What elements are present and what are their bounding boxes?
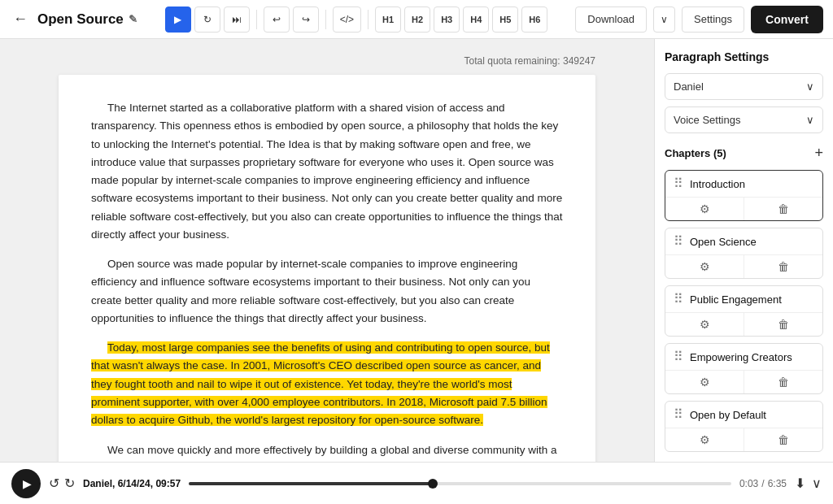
add-chapter-button[interactable]: +	[814, 145, 823, 162]
chapter-item-2[interactable]: ⠿ Public Engagement ⚙ 🗑	[665, 285, 823, 337]
chapter-delete-button-2[interactable]: 🗑	[744, 313, 822, 336]
voice-settings-dropdown[interactable]: Voice Settings ∨	[665, 106, 823, 133]
toolbar-left: ← Open Source ✎	[10, 7, 137, 31]
chapter-name-4: ⠿ Open by Default	[665, 402, 822, 428]
play-button[interactable]: ▶	[165, 7, 191, 33]
chapter-actions-2: ⚙ 🗑	[665, 312, 822, 336]
chapter-actions-3: ⚙ 🗑	[665, 370, 822, 393]
player-right: ⬇ ∨	[795, 476, 822, 491]
chapter-settings-button-0[interactable]: ⚙	[665, 198, 744, 220]
paragraph-2: Open source was made popular by internet…	[91, 255, 563, 328]
chapter-name-1: ⠿ Open Science	[665, 228, 822, 254]
chapter-delete-button-1[interactable]: 🗑	[744, 255, 822, 278]
chapter-settings-button-1[interactable]: ⚙	[665, 255, 744, 278]
chapter-actions-4: ⚙ 🗑	[665, 428, 822, 451]
settings-button[interactable]: Settings	[682, 7, 744, 33]
chapters-title: Chapters (5)	[665, 147, 726, 159]
paragraph-3: We can move quickly and more effectively…	[91, 441, 563, 462]
download-chevron-button[interactable]: ∨	[653, 7, 675, 33]
player-play-button[interactable]: ▶	[11, 469, 41, 498]
progress-track[interactable]	[189, 482, 731, 485]
download-button[interactable]: Download	[575, 7, 647, 33]
skip-forward-small-button[interactable]: ↻	[64, 476, 75, 491]
chapter-actions-1: ⚙ 🗑	[665, 254, 822, 278]
h1-button[interactable]: H1	[375, 7, 401, 33]
title-text: Open Source	[37, 11, 124, 28]
chapter-label-3: Empowering Creators	[690, 351, 792, 363]
right-panel: Paragraph Settings Daniel ∨ Voice Settin…	[654, 39, 833, 462]
redo-button[interactable]: ↪	[293, 7, 319, 33]
h3-button[interactable]: H3	[434, 7, 460, 33]
separator-3	[368, 10, 369, 29]
chapter-item-3[interactable]: ⠿ Empowering Creators ⚙ 🗑	[665, 343, 823, 394]
skip-forward-button[interactable]: ⏭	[224, 7, 250, 33]
quota-text: Total quota remaining: 349247	[464, 55, 595, 67]
skip-buttons: ↺ ↻	[49, 476, 75, 491]
player-bar: ▶ ↺ ↻ Daniel, 6/14/24, 09:57 0:03 / 6:35…	[0, 462, 833, 504]
chapter-actions-0: ⚙ 🗑	[665, 197, 822, 220]
document-page[interactable]: The Internet started as a collaborative …	[59, 75, 595, 462]
chevron-down-icon-2: ∨	[806, 114, 814, 126]
voice-value: Daniel	[674, 80, 704, 93]
quota-bar: Total quota remaining: 349247	[59, 55, 595, 67]
time-separator: /	[761, 478, 764, 489]
chapter-label-1: Open Science	[690, 236, 757, 248]
code-button[interactable]: </>	[333, 7, 361, 33]
chapter-delete-button-3[interactable]: 🗑	[744, 371, 822, 393]
player-download-button[interactable]: ⬇	[795, 476, 805, 491]
main-content: Total quota remaining: 349247 The Intern…	[0, 39, 833, 462]
drag-handle-icon-1: ⠿	[674, 235, 683, 248]
player-info: Daniel, 6/14/24, 09:57	[83, 478, 181, 489]
drag-handle-icon-2: ⠿	[674, 293, 683, 306]
convert-button[interactable]: Convert	[751, 6, 823, 33]
document-area: Total quota remaining: 349247 The Intern…	[0, 39, 654, 462]
progress-fill	[189, 482, 433, 485]
voice-dropdown[interactable]: Daniel ∨	[665, 73, 823, 100]
chapter-settings-button-4[interactable]: ⚙	[665, 428, 744, 451]
chapter-delete-button-0[interactable]: 🗑	[744, 198, 822, 220]
chapters-list: ⠿ Introduction ⚙ 🗑 ⠿ Open Science ⚙ 🗑 ⠿ …	[665, 170, 823, 452]
h4-button[interactable]: H4	[463, 7, 489, 33]
undo-button[interactable]: ↩	[264, 7, 290, 33]
highlighted-paragraph: Today, most large companies see the bene…	[91, 339, 563, 429]
document-title: Open Source ✎	[37, 11, 137, 28]
separator-2	[325, 10, 326, 29]
chapter-delete-button-4[interactable]: 🗑	[744, 428, 822, 451]
chapter-settings-button-2[interactable]: ⚙	[665, 313, 744, 336]
chapter-item-0[interactable]: ⠿ Introduction ⚙ 🗑	[665, 170, 823, 221]
time-display: 0:03 / 6:35	[739, 478, 787, 489]
drag-handle-icon-4: ⠿	[674, 408, 683, 421]
chapter-name-3: ⠿ Empowering Creators	[665, 344, 822, 370]
skip-back-button[interactable]: ↺	[49, 476, 59, 491]
toolbar-center: ▶ ↻ ⏭ ↩ ↪ </> H1 H2 H3 H4 H5 H6	[165, 7, 548, 33]
drag-handle-icon-3: ⠿	[674, 350, 683, 363]
toolbar-right: Download ∨ Settings Convert	[575, 6, 823, 33]
back-button[interactable]: ←	[10, 7, 31, 31]
chapter-settings-button-3[interactable]: ⚙	[665, 371, 744, 393]
chapter-item-1[interactable]: ⠿ Open Science ⚙ 🗑	[665, 228, 823, 279]
highlighted-text: Today, most large companies see the bene…	[91, 341, 550, 426]
chapter-label-2: Public Engagement	[690, 293, 782, 306]
player-expand-button[interactable]: ∨	[812, 476, 822, 491]
chapter-name-0: ⠿ Introduction	[665, 171, 822, 197]
toolbar: ← Open Source ✎ ▶ ↻ ⏭ ↩ ↪ </> H1 H2 H3 H…	[0, 0, 833, 39]
voice-settings-label: Voice Settings	[674, 114, 740, 126]
total-time: 6:35	[768, 478, 787, 489]
paragraph-1: The Internet started as a collaborative …	[91, 99, 563, 244]
progress-thumb[interactable]	[428, 479, 438, 489]
edit-icon[interactable]: ✎	[129, 13, 137, 25]
panel-title: Paragraph Settings	[665, 50, 823, 63]
progress-bar-container	[189, 482, 731, 485]
drag-handle-icon-0: ⠿	[674, 177, 683, 190]
chapter-label-4: Open by Default	[690, 409, 766, 421]
refresh-button[interactable]: ↻	[194, 7, 220, 33]
play-icon: ▶	[23, 477, 32, 490]
chapter-item-4[interactable]: ⠿ Open by Default ⚙ 🗑	[665, 401, 823, 452]
current-time: 0:03	[739, 478, 758, 489]
chapter-name-2: ⠿ Public Engagement	[665, 286, 822, 312]
chapters-header: Chapters (5) +	[665, 145, 823, 162]
h5-button[interactable]: H5	[492, 7, 518, 33]
h6-button[interactable]: H6	[521, 7, 547, 33]
separator-1	[256, 10, 257, 29]
h2-button[interactable]: H2	[404, 7, 430, 33]
